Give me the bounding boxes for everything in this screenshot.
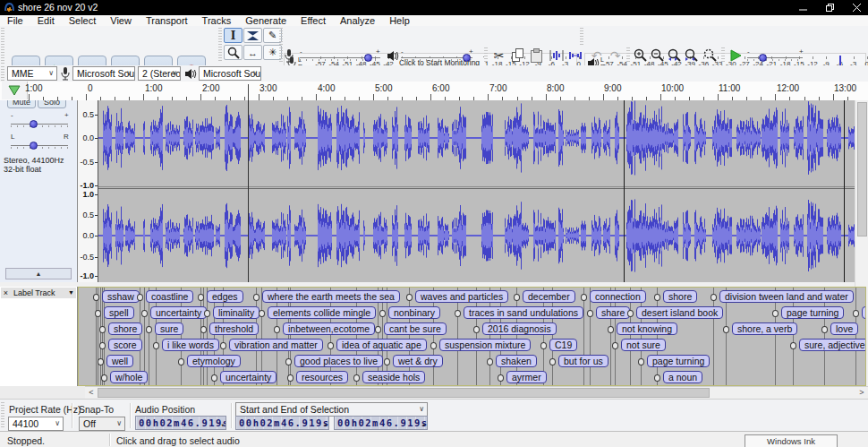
- menu-item-analyze[interactable]: Analyze: [333, 15, 382, 26]
- scroll-right-button[interactable]: >: [855, 387, 868, 399]
- close-button[interactable]: [843, 0, 868, 15]
- minimize-button[interactable]: [789, 0, 816, 15]
- label-anchor[interactable]: [608, 326, 614, 333]
- label-pill[interactable]: w/hole: [110, 371, 148, 383]
- label-anchor[interactable]: [821, 326, 828, 333]
- label-pill[interactable]: not sure: [621, 339, 666, 351]
- label-anchor[interactable]: [654, 374, 660, 382]
- label-pill[interactable]: liminality: [213, 306, 260, 319]
- menu-item-generate[interactable]: Generate: [238, 15, 294, 26]
- solo-button[interactable]: Solo: [38, 100, 66, 108]
- label-anchor[interactable]: [259, 310, 265, 317]
- label-pill[interactable]: vibration and matter: [229, 339, 323, 351]
- label-anchor[interactable]: [146, 326, 152, 333]
- label-anchor[interactable]: [353, 374, 360, 382]
- label-anchor[interactable]: [430, 342, 437, 349]
- label-pill[interactable]: idea of aquatic ape: [336, 339, 427, 351]
- menu-item-tracks[interactable]: Tracks: [195, 15, 239, 26]
- paste-button[interactable]: [527, 47, 546, 63]
- label-anchor[interactable]: [93, 294, 99, 301]
- label-pill[interactable]: edges: [207, 290, 243, 303]
- label-pill[interactable]: page turning: [647, 355, 710, 367]
- label-pill[interactable]: shore: [108, 322, 142, 335]
- selection-end-field[interactable]: 00h02m46.919s ▾: [334, 416, 428, 430]
- label-pill[interactable]: ayrmer: [506, 371, 547, 383]
- label-pill[interactable]: spell: [104, 306, 134, 319]
- selection-tool-button[interactable]: I: [224, 28, 243, 43]
- envelope-tool-button[interactable]: [243, 28, 262, 43]
- label-anchor[interactable]: [627, 310, 634, 317]
- collapse-track-button[interactable]: ▲: [5, 268, 72, 279]
- label-anchor[interactable]: [384, 358, 390, 365]
- label-anchor[interactable]: [141, 310, 148, 317]
- label-anchor[interactable]: [498, 374, 504, 382]
- label-pill[interactable]: love: [830, 322, 858, 335]
- restore-button[interactable]: [816, 0, 843, 15]
- label-anchor[interactable]: [101, 374, 107, 382]
- waveform-canvas[interactable]: [98, 100, 855, 282]
- label-pill[interactable]: resources: [296, 371, 348, 383]
- label-pill[interactable]: sshaw: [102, 290, 140, 303]
- label-anchor[interactable]: [711, 294, 717, 301]
- label-pill[interactable]: a noun: [663, 371, 702, 383]
- zoom-toolbar-grip[interactable]: [626, 47, 630, 64]
- project-rate-select[interactable]: 44100 ∨: [8, 417, 64, 431]
- label-pill[interactable]: page turning: [781, 306, 844, 319]
- recording-volume-thumb[interactable]: [364, 54, 372, 62]
- snap-to-select[interactable]: Off ∨: [79, 417, 125, 431]
- label-pill[interactable]: shore, a verb: [732, 322, 797, 335]
- label-anchor[interactable]: [581, 294, 587, 301]
- label-anchor[interactable]: [379, 310, 386, 317]
- redo-button[interactable]: ↷: [606, 47, 625, 63]
- label-anchor[interactable]: [549, 358, 556, 365]
- playback-volume-thumb[interactable]: [463, 54, 471, 62]
- zoom-out-button[interactable]: [648, 47, 667, 63]
- vertical-scale-ruler[interactable]: 0.50.0-0.5-1.01.00.50.0-0.5-1.0: [78, 100, 98, 282]
- label-anchor[interactable]: [153, 342, 159, 349]
- label-anchor[interactable]: [612, 342, 618, 349]
- label-anchor[interactable]: [95, 310, 101, 317]
- label-anchor[interactable]: [204, 310, 210, 317]
- label-anchor[interactable]: [587, 310, 593, 317]
- audio-position-field[interactable]: 00h02m46.919s ▾: [135, 416, 226, 430]
- label-pill[interactable]: cant be sure: [384, 322, 447, 335]
- label-pill[interactable]: desert island book: [636, 306, 723, 319]
- label-anchor[interactable]: [200, 326, 207, 333]
- trim-audio-button[interactable]: [547, 47, 566, 63]
- vertical-scrollbar-thumb[interactable]: [857, 102, 867, 236]
- label-pill[interactable]: share: [596, 306, 630, 319]
- gain-thumb[interactable]: [30, 120, 38, 128]
- play-at-speed-button[interactable]: [726, 47, 745, 63]
- label-anchor[interactable]: [253, 294, 260, 301]
- zoom-in-button[interactable]: [631, 47, 650, 63]
- label-anchor[interactable]: [99, 326, 106, 333]
- label-pill[interactable]: connection: [590, 290, 646, 303]
- audio-host-select[interactable]: MME ∨: [7, 66, 57, 81]
- label-pill[interactable]: i like words: [162, 339, 219, 351]
- label-anchor[interactable]: [375, 326, 381, 333]
- label-pill[interactable]: wet & dry: [393, 355, 443, 367]
- label-anchor[interactable]: [540, 342, 547, 349]
- label-anchor[interactable]: [198, 294, 204, 301]
- zoom-tool-button[interactable]: [224, 45, 243, 60]
- selection-start-field[interactable]: 00h02m46.919s ▾: [235, 416, 329, 430]
- label-anchor[interactable]: [772, 310, 779, 317]
- label-pill[interactable]: elements collide mingle: [268, 306, 376, 319]
- label-pill[interactable]: sure: [155, 322, 183, 335]
- label-anchor[interactable]: [790, 342, 796, 349]
- menu-item-edit[interactable]: Edit: [30, 15, 62, 26]
- label-pill[interactable]: waves and particles: [415, 290, 508, 303]
- label-anchor[interactable]: [514, 294, 520, 301]
- label-pill[interactable]: uncertainty: [150, 306, 207, 319]
- menu-item-select[interactable]: Select: [62, 15, 104, 26]
- transport-toolbar-grip[interactable]: [1, 28, 4, 64]
- label-anchor[interactable]: [853, 310, 859, 317]
- label-pill[interactable]: coastline: [146, 290, 193, 303]
- close-track-button[interactable]: ×: [1, 288, 11, 298]
- silence-audio-button[interactable]: [566, 47, 584, 63]
- label-anchor[interactable]: [178, 358, 184, 365]
- label-pill[interactable]: traces in sand undulations: [464, 306, 583, 319]
- selection-toolbar-grip[interactable]: [1, 402, 4, 429]
- label-anchor[interactable]: [287, 374, 294, 382]
- label-anchor[interactable]: [455, 310, 461, 317]
